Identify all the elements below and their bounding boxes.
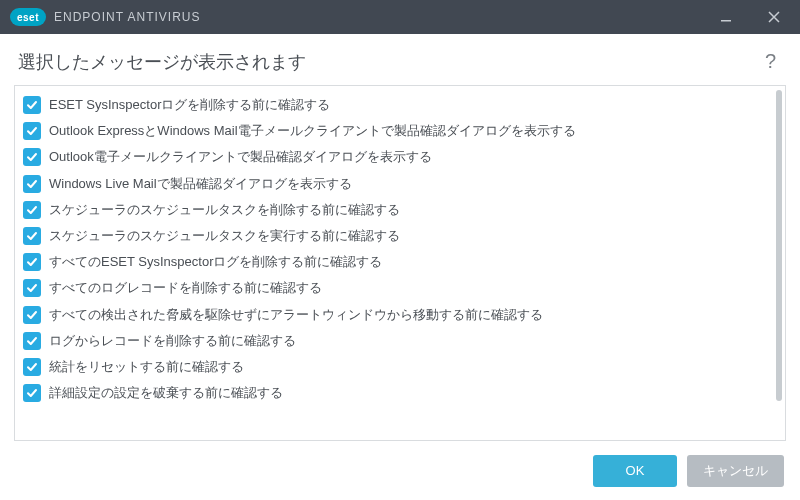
checkbox[interactable]	[23, 227, 41, 245]
list-item: Outlook電子メールクライアントで製品確認ダイアログを表示する	[15, 144, 773, 170]
list-item: ログからレコードを削除する前に確認する	[15, 328, 773, 354]
footer: OK キャンセル	[0, 441, 800, 500]
list-item: すべてのログレコードを削除する前に確認する	[15, 275, 773, 301]
list-item: スケジューラのスケジュールタスクを実行する前に確認する	[15, 223, 773, 249]
list-item-label: Outlook電子メールクライアントで製品確認ダイアログを表示する	[49, 148, 432, 166]
checkbox[interactable]	[23, 175, 41, 193]
list-item-label: ログからレコードを削除する前に確認する	[49, 332, 296, 350]
list-item-label: スケジューラのスケジュールタスクを実行する前に確認する	[49, 227, 400, 245]
checkbox[interactable]	[23, 148, 41, 166]
scrollbar-thumb[interactable]	[776, 90, 782, 401]
list-item: Outlook ExpressとWindows Mail電子メールクライアントで…	[15, 118, 773, 144]
list-item: 詳細設定の設定を破棄する前に確認する	[15, 380, 773, 406]
checkbox[interactable]	[23, 253, 41, 271]
list-item: すべての検出された脅威を駆除せずにアラートウィンドウから移動する前に確認する	[15, 302, 773, 328]
checkbox[interactable]	[23, 384, 41, 402]
check-icon	[26, 178, 38, 190]
cancel-button[interactable]: キャンセル	[687, 455, 784, 487]
check-icon	[26, 361, 38, 373]
checkbox[interactable]	[23, 358, 41, 376]
brand-badge: eset	[10, 8, 46, 26]
message-list: ESET SysInspectorログを削除する前に確認するOutlook Ex…	[15, 92, 785, 434]
checkbox[interactable]	[23, 332, 41, 350]
ok-button[interactable]: OK	[593, 455, 677, 487]
list-item-label: すべてのログレコードを削除する前に確認する	[49, 279, 322, 297]
list-item-label: スケジューラのスケジュールタスクを削除する前に確認する	[49, 201, 400, 219]
list-item-label: Windows Live Mailで製品確認ダイアログを表示する	[49, 175, 352, 193]
check-icon	[26, 99, 38, 111]
list-item: スケジューラのスケジュールタスクを削除する前に確認する	[15, 197, 773, 223]
minimize-icon	[720, 11, 732, 23]
list-item-label: すべての検出された脅威を駆除せずにアラートウィンドウから移動する前に確認する	[49, 306, 543, 324]
list-item-label: すべてのESET SysInspectorログを削除する前に確認する	[49, 253, 382, 271]
list-item: ESET SysInspectorログを削除する前に確認する	[15, 92, 773, 118]
checkbox[interactable]	[23, 96, 41, 114]
list-item: Windows Live Mailで製品確認ダイアログを表示する	[15, 171, 773, 197]
list-item-label: 統計をリセットする前に確認する	[49, 358, 244, 376]
check-icon	[26, 151, 38, 163]
check-icon	[26, 387, 38, 399]
checkbox[interactable]	[23, 279, 41, 297]
list-item: 統計をリセットする前に確認する	[15, 354, 773, 380]
close-button[interactable]	[754, 0, 794, 34]
scrollbar[interactable]	[775, 90, 783, 436]
page-title: 選択したメッセージが表示されます	[18, 50, 306, 74]
check-icon	[26, 256, 38, 268]
list-item: すべてのESET SysInspectorログを削除する前に確認する	[15, 249, 773, 275]
check-icon	[26, 282, 38, 294]
message-list-frame: ESET SysInspectorログを削除する前に確認するOutlook Ex…	[14, 85, 786, 441]
check-icon	[26, 309, 38, 321]
check-icon	[26, 204, 38, 216]
checkbox[interactable]	[23, 201, 41, 219]
check-icon	[26, 230, 38, 242]
close-icon	[768, 11, 780, 23]
check-icon	[26, 335, 38, 347]
list-item-label: 詳細設定の設定を破棄する前に確認する	[49, 384, 283, 402]
checkbox[interactable]	[23, 306, 41, 324]
minimize-button[interactable]	[706, 0, 746, 34]
svg-rect-0	[721, 20, 731, 22]
header: 選択したメッセージが表示されます ?	[0, 34, 800, 85]
list-item-label: ESET SysInspectorログを削除する前に確認する	[49, 96, 330, 114]
list-item-label: Outlook ExpressとWindows Mail電子メールクライアントで…	[49, 122, 576, 140]
check-icon	[26, 125, 38, 137]
product-name: ENDPOINT ANTIVIRUS	[54, 10, 200, 24]
titlebar: eset ENDPOINT ANTIVIRUS	[0, 0, 800, 34]
help-button[interactable]: ?	[759, 48, 782, 75]
checkbox[interactable]	[23, 122, 41, 140]
